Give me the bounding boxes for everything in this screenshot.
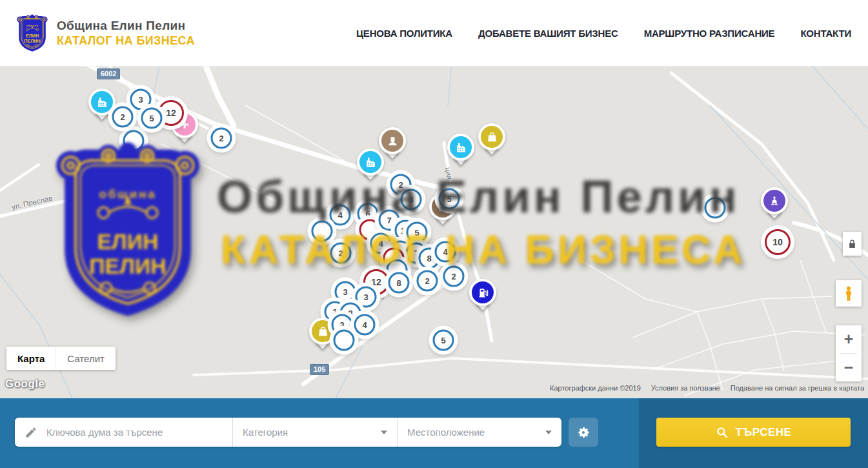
map-canvas[interactable]: 6002105ул. Преславциябул. „Новосел 32125… [0,66,868,398]
cluster-marker[interactable] [123,130,145,152]
cluster-marker[interactable]: 12 [158,100,184,126]
nav-add-your-business[interactable]: ДОБАВЕТЕ ВАШИЯТ БИЗНЕС [478,28,618,39]
site-logo[interactable]: Община Елин Пелин КАТАЛОГ НА БИЗНЕСА [17,14,195,52]
nav-pricing-policy[interactable]: ЦЕНОВА ПОЛИТИКА [356,28,452,39]
gear-icon [576,425,590,440]
chevron-down-icon [545,431,552,434]
factory-pin[interactable] [447,134,474,161]
fuel-pin[interactable] [469,279,496,306]
cluster-marker[interactable]: 5 [141,108,163,129]
cluster-marker[interactable]: 4 [330,205,351,226]
map-attribution: Картографски данни ©2019 Условия за полз… [550,384,864,392]
street-view-lock-button[interactable] [843,232,862,256]
keyword-field [15,418,232,447]
factory-icon [357,148,384,176]
keyword-search-input[interactable] [45,426,223,438]
search-fields-group: Категория Местоположение [15,418,561,447]
cluster-marker[interactable]: 2 [211,128,232,149]
zoom-out-button[interactable]: − [836,354,862,382]
location-select[interactable]: Местоположение [397,418,561,447]
category-select-value: Категория [243,427,288,438]
attribution-copyright: Картографски данни ©2019 [550,384,641,392]
cluster-marker[interactable]: 10 [765,229,791,255]
cluster-marker[interactable]: 5 [407,222,428,243]
municipality-crest-icon [17,14,48,52]
cluster-marker[interactable]: 2 [112,107,134,128]
google-logo[interactable]: Google [5,378,45,391]
cluster-marker[interactable] [705,198,726,219]
cluster-marker[interactable]: 2 [330,243,352,264]
factory-icon [88,88,116,116]
zoom-control: + − [836,325,862,382]
pegman-icon [843,285,854,302]
cluster-marker[interactable]: 5 [439,188,460,210]
marker-layer: 32125223546713542278421282333834510 [0,66,868,398]
attribution-report-error-link[interactable]: Подаване на сигнал за грешка в картата [731,384,864,392]
factory-icon [447,134,474,161]
cluster-marker[interactable] [312,221,333,242]
cluster-marker[interactable] [334,330,355,351]
nav-contacts[interactable]: КОНТАКТИ [800,28,851,39]
map-type-map-button[interactable]: Карта [6,347,56,370]
fuel-icon [469,279,496,306]
pencil-icon [25,426,37,439]
header: Община Елин Пелин КАТАЛОГ НА БИЗНЕСА ЦЕН… [0,0,868,66]
cluster-marker[interactable]: 4 [435,241,456,263]
zoom-in-button[interactable]: + [836,325,862,353]
location-select-value: Местоположение [407,427,485,438]
cluster-marker[interactable]: 3 [401,189,422,210]
church-pin[interactable] [761,187,788,214]
cluster-marker[interactable]: 2 [417,270,438,292]
bag-icon [478,123,505,150]
factory-pin[interactable] [88,88,116,116]
nav-route-schedule[interactable]: МАРШРУТНО РАЗПИСАНИЕ [644,28,775,39]
advanced-search-button[interactable] [569,418,598,447]
map-type-satellite-button[interactable]: Сателит [56,347,116,370]
cluster-marker[interactable]: 3 [130,89,152,110]
search-button[interactable]: ТЪРСЕНЕ [656,418,851,447]
cluster-marker[interactable]: 8 [389,272,410,294]
search-button-label: ТЪРСЕНЕ [736,426,792,439]
church-icon [761,187,788,214]
main-nav: ЦЕНОВА ПОЛИТИКА ДОБАВЕТЕ ВАШИЯТ БИЗНЕС М… [356,28,851,39]
cluster-marker[interactable]: 3 [356,287,377,308]
factory-pin[interactable] [357,148,384,176]
cluster-marker[interactable]: 3 [335,281,356,303]
pegman-button[interactable] [836,280,862,307]
cluster-marker[interactable]: 5 [433,330,454,351]
search-icon [716,426,729,439]
brand-title: Община Елин Пелин [57,18,195,34]
cluster-marker[interactable]: 2 [443,266,465,287]
chevron-down-icon [381,431,387,434]
attribution-terms-link[interactable]: Условия за ползване [651,384,720,392]
brand-subtitle: КАТАЛОГ НА БИЗНЕСА [57,34,195,48]
shopping-pin[interactable] [478,123,505,150]
lock-icon [848,239,856,249]
map-type-control: Карта Сателит [6,347,116,370]
cluster-marker[interactable]: 4 [354,314,376,336]
category-select[interactable]: Категория [232,418,397,447]
search-bar: Категория Местоположение ТЪРСЕНЕ [0,398,868,468]
